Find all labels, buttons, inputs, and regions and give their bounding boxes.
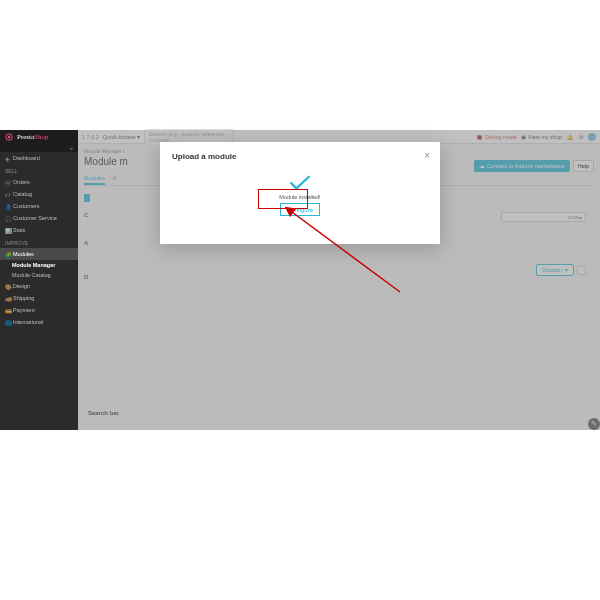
installed-message: Module installed!: [172, 194, 428, 200]
card-icon: 💳: [5, 308, 10, 313]
paint-icon: 🎨: [5, 284, 10, 289]
globe-icon: 🌐: [5, 320, 10, 325]
nav-dashboard[interactable]: ◈Dashboard: [0, 152, 78, 164]
sidebar: PrestaShop « ◈Dashboard SELL 🛒Orders 🏷Ca…: [0, 130, 78, 430]
nav-section-sell: SELL: [0, 164, 78, 176]
nav-customers[interactable]: 👤Customers: [0, 200, 78, 212]
nav-international[interactable]: 🌐International: [0, 316, 78, 328]
nav-modules[interactable]: 🧩Modules: [0, 248, 78, 260]
headset-icon: 🎧: [5, 216, 10, 221]
user-icon: 👤: [5, 204, 10, 209]
brand-text-2: Shop: [34, 133, 48, 141]
checkmark-icon: [289, 175, 311, 191]
nav-module-manager[interactable]: Module Manager: [0, 260, 78, 270]
app-root: PrestaShop « ◈Dashboard SELL 🛒Orders 🏷Ca…: [0, 130, 600, 430]
nav-design[interactable]: 🎨Design: [0, 280, 78, 292]
modal-body: Module installed! Configure: [172, 175, 428, 216]
upload-module-modal: Upload a module × Module installed! Conf…: [160, 142, 440, 244]
nav-orders[interactable]: 🛒Orders: [0, 176, 78, 188]
dashboard-icon: ◈: [5, 156, 10, 161]
nav-module-catalog[interactable]: Module Catalog: [0, 270, 78, 280]
brand-text-1: Presta: [17, 133, 34, 141]
svg-point-1: [8, 136, 10, 138]
modal-title: Upload a module: [172, 152, 428, 161]
nav-shipping[interactable]: 🚚Shipping: [0, 292, 78, 304]
nav-catalog[interactable]: 🏷Catalog: [0, 188, 78, 200]
cart-icon: 🛒: [5, 180, 10, 185]
puzzle-icon: 🧩: [5, 252, 10, 257]
nav-section-improve: IMPROVE: [0, 236, 78, 248]
brand-icon: [5, 133, 13, 141]
close-icon[interactable]: ×: [424, 150, 430, 161]
nav-stats[interactable]: 📊Stats: [0, 224, 78, 236]
sidebar-collapse[interactable]: «: [0, 144, 78, 152]
nav-payment[interactable]: 💳Payment: [0, 304, 78, 316]
chart-icon: 📊: [5, 228, 10, 233]
brand-logo[interactable]: PrestaShop: [0, 130, 78, 144]
nav-customer-service[interactable]: 🎧Customer Service: [0, 212, 78, 224]
tag-icon: 🏷: [5, 192, 10, 197]
truck-icon: 🚚: [5, 296, 10, 301]
configure-button[interactable]: Configure: [280, 203, 320, 216]
